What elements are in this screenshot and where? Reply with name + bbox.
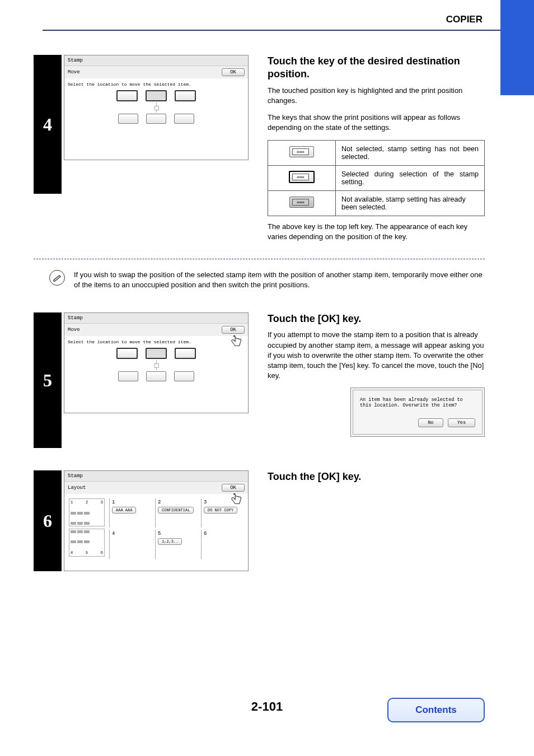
cell-num: 4 (112, 531, 149, 536)
body-text: If you attempt to move the stamp item to… (268, 330, 485, 381)
position-key-tc[interactable] (146, 348, 167, 359)
screen-title: Stamp (64, 55, 248, 66)
position-key-tc[interactable] (146, 90, 167, 101)
screen-body: Select the location to move the selected… (64, 78, 248, 134)
cell-num: 6 (204, 531, 241, 536)
header-rule (43, 30, 508, 31)
grid-divider (156, 102, 157, 113)
screen-subtitle: Layout (68, 485, 86, 491)
step-heading: Touch the [OK] key. (268, 470, 485, 483)
position-key-bc[interactable] (146, 371, 166, 381)
step-number: 4 (34, 55, 62, 194)
table-row: XXXXX Not available, stamp setting has a… (268, 190, 485, 216)
layout-body: 123 456 1AAA AAA 2CONFIDENTIAL 3DO NOT C… (64, 494, 248, 563)
step-heading: Touch the key of the desired destination… (268, 55, 485, 81)
screen-panel-step4: Stamp Move OK Select the location to mov… (64, 55, 249, 160)
note-icon (49, 270, 65, 286)
dialog-message: An item has been already selected to thi… (360, 397, 475, 408)
key-icon-unselected: XXXXX (289, 146, 314, 157)
position-key-br[interactable] (174, 371, 194, 381)
position-key-tl[interactable] (116, 90, 138, 101)
yes-button[interactable]: Yes (448, 418, 475, 427)
body-text: The keys that show the print positions w… (268, 113, 485, 133)
hand-cursor-icon (228, 333, 245, 350)
layout-preview: 123 456 (69, 498, 105, 559)
position-key-br[interactable] (174, 114, 194, 124)
ok-button[interactable]: OK (222, 326, 245, 334)
state-desc: Not selected, stamp setting has not been… (336, 140, 485, 165)
step-number: 5 (34, 312, 62, 448)
position-grid (68, 344, 245, 388)
layout-cells: 1AAA AAA 2CONFIDENTIAL 3DO NOT COPY 4 51… (109, 498, 243, 559)
side-tab (500, 0, 534, 95)
body-text: The above key is the top left key. The a… (268, 222, 485, 242)
cell-num: 1 (112, 500, 149, 505)
grid-divider (156, 360, 157, 370)
screen-subtitle: Move (68, 69, 80, 75)
contents-button[interactable]: Contents (387, 698, 485, 722)
no-button[interactable]: No (418, 418, 443, 427)
table-row: XXXXX Selected during selection of the s… (268, 165, 485, 190)
screen-subtitle-row: Move OK (64, 66, 248, 78)
screen-subtitle: Move (68, 327, 80, 333)
position-key-tr[interactable] (175, 348, 196, 359)
position-grid (68, 87, 245, 130)
state-desc: Selected during selection of the stamp s… (336, 165, 485, 190)
position-key-bc[interactable] (146, 114, 166, 124)
cell-num: 2 (158, 500, 195, 505)
ok-button[interactable]: OK (222, 484, 245, 492)
screen-instruction: Select the location to move the selected… (68, 339, 245, 344)
key-icon-selected: XXXXX (289, 171, 315, 183)
ok-button[interactable]: OK (222, 68, 245, 76)
step4-text: Touch the key of the desired destination… (268, 55, 485, 249)
step6-text: Touch the [OK] key. (268, 470, 485, 488)
screen-subtitle-row: Move OK (64, 324, 248, 336)
step-heading: Touch the [OK] key. (268, 312, 485, 325)
dashed-separator (34, 259, 485, 259)
table-row: XXXXX Not selected, stamp setting has no… (268, 140, 485, 165)
overwrite-dialog: An item has been already selected to thi… (350, 388, 485, 437)
position-key-bl[interactable] (118, 371, 138, 381)
screen-subtitle-row: Layout OK (64, 482, 248, 494)
position-key-bl[interactable] (118, 114, 138, 124)
position-key-tr[interactable] (175, 90, 196, 101)
screen-title: Stamp (64, 313, 248, 324)
step5-text: Touch the [OK] key. If you attempt to mo… (268, 312, 485, 437)
note-row: If you wish to swap the position of the … (49, 270, 485, 290)
key-icon-unavailable: XXXXX (289, 197, 314, 208)
layout-chip[interactable]: AAA AAA (112, 507, 136, 514)
position-key-tl[interactable] (116, 348, 138, 359)
body-text: The touched position key is highlighted … (268, 86, 485, 106)
cell-num: 5 (158, 531, 195, 536)
step-number: 6 (34, 470, 62, 571)
state-table: XXXXX Not selected, stamp setting has no… (268, 140, 485, 216)
section-title: COPIER (17, 14, 534, 25)
screen-panel-step5: Stamp Move OK Select the location to mov… (64, 312, 249, 413)
state-desc: Not available, stamp setting has already… (336, 190, 485, 216)
layout-chip[interactable]: CONFIDENTIAL (158, 507, 194, 514)
note-text: If you wish to swap the position of the … (74, 270, 485, 290)
layout-chip[interactable]: 1,2,3.. (158, 538, 182, 545)
screen-body: Select the location to move the selected… (64, 336, 248, 391)
hand-cursor-icon (228, 491, 245, 508)
screen-title: Stamp (64, 471, 248, 482)
screen-panel-step6: Stamp Layout OK 123 456 1AAA AAA 2CO (64, 470, 249, 571)
screen-instruction: Select the location to move the selected… (68, 82, 245, 87)
page-header: COPIER (17, 14, 534, 35)
